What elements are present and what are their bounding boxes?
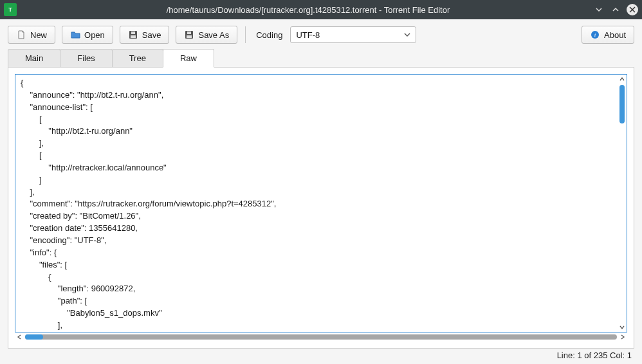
horizontal-scroll-thumb[interactable] [25, 334, 43, 340]
saveas-button[interactable]: Save As [176, 26, 237, 44]
new-label: New [30, 30, 47, 40]
close-icon [629, 6, 636, 13]
tab-pane-raw: { "announce": "http://bt2.t-ru.org/ann",… [8, 68, 634, 349]
cursor-position: Line: 1 of 235 Col: 1 [557, 350, 632, 360]
content-area: New Open Save Save As Coding UTF-8 [0, 19, 642, 364]
save-label: Save [142, 30, 161, 40]
coding-label: Coding [256, 30, 282, 40]
chevron-down-icon [404, 32, 410, 38]
tab-main[interactable]: Main [8, 49, 60, 67]
folder-open-icon [70, 30, 80, 40]
titlebar: T /home/taurus/Downloads/[rutracker.org]… [0, 0, 642, 19]
toolbar-separator [245, 26, 246, 43]
scroll-down-icon[interactable] [618, 323, 627, 332]
open-label: Open [84, 30, 105, 40]
editor-container: { "announce": "http://bt2.t-ru.org/ann",… [15, 74, 627, 332]
scroll-up-icon[interactable] [618, 75, 627, 84]
file-icon [16, 30, 26, 40]
vertical-scroll-thumb[interactable] [619, 85, 625, 123]
tab-bar: Main Files Tree Raw [8, 49, 634, 68]
tab-raw[interactable]: Raw [163, 49, 214, 68]
status-bar: Line: 1 of 235 Col: 1 [8, 349, 634, 360]
tab-tree[interactable]: Tree [112, 49, 163, 67]
open-button[interactable]: Open [62, 26, 113, 44]
chevron-up-icon [612, 6, 619, 14]
minimize-button[interactable] [593, 4, 605, 15]
svg-rect-1 [131, 35, 136, 38]
info-icon: i [590, 30, 600, 40]
save-button[interactable]: Save [120, 26, 170, 44]
window-title: /home/taurus/Downloads/[rutracker.org].t… [23, 5, 593, 15]
saveas-label: Save As [198, 30, 229, 40]
save-icon [128, 30, 138, 40]
new-button[interactable]: New [8, 26, 55, 44]
coding-select[interactable]: UTF-8 [290, 26, 416, 43]
save-as-icon [184, 30, 194, 40]
about-button[interactable]: i About [582, 26, 634, 44]
raw-editor[interactable]: { "announce": "http://bt2.t-ru.org/ann",… [15, 75, 618, 332]
scroll-left-icon[interactable] [15, 332, 24, 341]
chevron-down-icon [595, 6, 603, 14]
svg-rect-4 [187, 35, 192, 38]
vertical-scrollbar[interactable] [618, 75, 627, 332]
svg-rect-2 [131, 32, 135, 34]
app-icon: T [4, 3, 17, 16]
scroll-right-icon[interactable] [618, 332, 627, 341]
svg-rect-5 [187, 32, 191, 34]
close-button[interactable] [627, 4, 638, 15]
maximize-button[interactable] [610, 4, 621, 15]
horizontal-scrollbar[interactable] [15, 332, 627, 341]
tab-files[interactable]: Files [60, 49, 112, 67]
horizontal-scroll-track[interactable] [25, 334, 617, 340]
coding-value: UTF-8 [296, 30, 320, 40]
toolbar: New Open Save Save As Coding UTF-8 [8, 26, 634, 44]
window-controls [593, 4, 638, 15]
about-label: About [604, 30, 626, 40]
